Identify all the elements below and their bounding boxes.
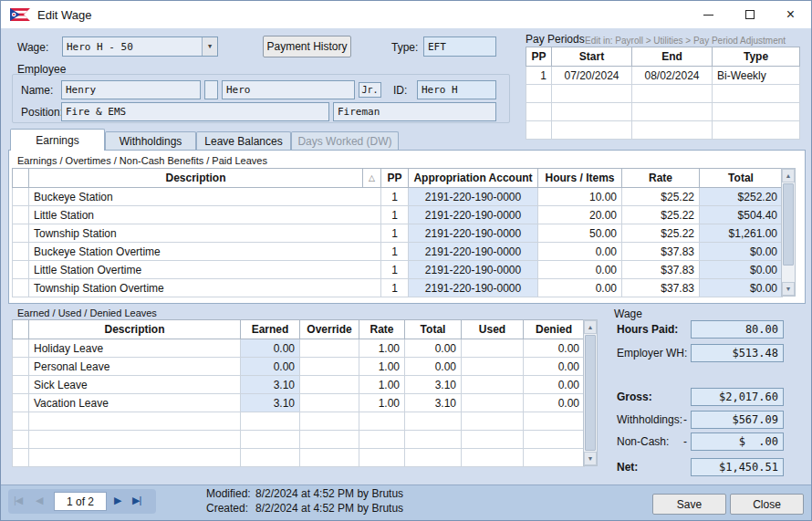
- earnings-row[interactable]: Little Station12191-220-190-000020.00$25…: [13, 206, 783, 224]
- pay-period-row[interactable]: 107/20/202408/02/2024Bi-Weekly: [526, 67, 800, 85]
- scroll-up-icon[interactable]: ▲: [782, 169, 795, 182]
- employer-wh-label: Employer WH:: [617, 347, 687, 359]
- start-cell: 07/20/2024: [552, 67, 632, 85]
- override-cell[interactable]: [300, 394, 359, 412]
- col-type[interactable]: Type: [713, 47, 800, 67]
- hours-cell: 20.00: [538, 206, 622, 224]
- col-denied[interactable]: Denied: [524, 320, 585, 339]
- account-cell: 2191-220-190-0000: [409, 261, 538, 279]
- rate-cell: $37.83: [622, 279, 700, 297]
- account-cell: 2191-220-190-0000: [409, 279, 538, 297]
- denied-cell: 0.00: [524, 339, 585, 358]
- leave-row[interactable]: Vacation Leave3.101.003.100.00: [13, 394, 585, 412]
- close-icon: ×: [786, 7, 795, 22]
- tab-leave-balances[interactable]: Leave Balances: [196, 131, 291, 150]
- override-cell[interactable]: [300, 376, 359, 394]
- modified-label: Modified:: [206, 487, 255, 500]
- row-selector: [13, 188, 29, 206]
- type-cell: Bi-Weekly: [713, 67, 800, 85]
- close-dialog-button[interactable]: Close: [730, 494, 804, 515]
- suffix-field[interactable]: Jr.: [359, 82, 381, 98]
- pp-cell: 1: [381, 224, 409, 243]
- non-cash-minus: -: [683, 435, 687, 448]
- hours-cell: 0.00: [538, 261, 622, 279]
- total-cell: 0.00: [405, 358, 462, 376]
- earnings-section-label: Earnings / Overtimes / Non-Cash Benefits…: [17, 155, 267, 166]
- earnings-row[interactable]: Township Station Overtime12191-220-190-0…: [13, 279, 783, 297]
- scroll-down-icon[interactable]: ▼: [782, 282, 795, 296]
- col-appropriation-account[interactable]: Appropriation Account: [409, 169, 538, 188]
- employee-group-label: Employee: [17, 63, 66, 76]
- wage-select[interactable]: Hero H - 50 ▼: [62, 36, 218, 57]
- position-label: Position:: [21, 106, 63, 119]
- tab-earnings[interactable]: Earnings: [10, 129, 105, 151]
- wage-label: Wage:: [17, 41, 48, 54]
- earnings-row[interactable]: Buckeye Station12191-220-190-000010.00$2…: [13, 188, 783, 206]
- leaves-scrollbar-thumb[interactable]: [585, 335, 596, 451]
- position-title-field[interactable]: Fireman: [333, 102, 496, 121]
- col-description[interactable]: Description: [29, 320, 241, 339]
- nav-prev-button[interactable]: ◀: [36, 495, 42, 506]
- col-hours-items[interactable]: Hours / Items: [538, 169, 622, 188]
- name-label: Name:: [21, 84, 53, 97]
- col-total[interactable]: Total: [700, 169, 783, 188]
- leave-row[interactable]: Sick Leave3.101.003.100.00: [13, 376, 585, 394]
- leave-row[interactable]: Holiday Leave0.001.000.000.00: [13, 339, 585, 358]
- col-rate[interactable]: Rate: [622, 169, 700, 188]
- earnings-row[interactable]: Township Station12191-220-190-000050.00$…: [13, 224, 783, 243]
- hours-cell: 0.00: [538, 243, 622, 261]
- leave-empty-row: [13, 449, 585, 467]
- leaves-scrollbar[interactable]: ▲ ▼: [583, 319, 598, 466]
- pp-cell: 1: [526, 67, 552, 85]
- middle-initial-field[interactable]: [204, 80, 218, 99]
- leave-row[interactable]: Personal Leave0.001.000.000.00: [13, 358, 585, 376]
- col-total[interactable]: Total: [405, 320, 462, 339]
- col-used[interactable]: Used: [462, 320, 524, 339]
- scroll-up-icon[interactable]: ▲: [584, 320, 597, 334]
- nav-next-button[interactable]: ▶: [114, 495, 120, 506]
- pp-cell: 1: [381, 206, 409, 224]
- empty-cell: [552, 103, 632, 121]
- col-start[interactable]: Start: [552, 47, 632, 67]
- earnings-row[interactable]: Little Station Overtime12191-220-190-000…: [13, 261, 783, 279]
- col-description[interactable]: Description: [29, 169, 363, 188]
- save-button[interactable]: Save: [652, 494, 726, 515]
- sort-ascending-icon[interactable]: △: [363, 169, 381, 188]
- nav-last-button[interactable]: ▶|: [132, 495, 141, 506]
- payment-history-button[interactable]: Payment History: [263, 36, 351, 57]
- last-name-field[interactable]: Hero: [222, 80, 355, 99]
- department-field[interactable]: Fire & EMS: [61, 102, 329, 121]
- row-selector-header: [13, 169, 29, 188]
- non-cash-field: $ .00: [691, 432, 784, 451]
- hours-cell: 50.00: [538, 224, 622, 243]
- first-name-field[interactable]: Henry: [61, 80, 201, 99]
- maximize-button[interactable]: [729, 1, 770, 28]
- withholdings-field: $567.09: [691, 411, 784, 429]
- earnings-header-row: Description △ PP Appropriation Account H…: [13, 169, 783, 188]
- col-rate[interactable]: Rate: [359, 320, 405, 339]
- scroll-down-icon[interactable]: ▼: [584, 452, 597, 465]
- total-cell: $1,261.00: [700, 224, 783, 243]
- tab-withholdings[interactable]: Withholdings: [105, 131, 196, 150]
- hours-cell: 0.00: [538, 279, 622, 297]
- leaves-body: Holiday Leave0.001.000.000.00Personal Le…: [13, 339, 585, 467]
- override-cell[interactable]: [300, 339, 359, 358]
- col-pp[interactable]: PP: [381, 169, 409, 188]
- minimize-button[interactable]: [688, 1, 729, 28]
- dropdown-arrow-icon[interactable]: ▼: [202, 37, 217, 56]
- earnings-scrollbar-thumb[interactable]: [783, 183, 794, 266]
- close-window-button[interactable]: ×: [770, 1, 811, 28]
- nav-first-button[interactable]: |◀: [14, 495, 22, 506]
- empty-cell: [241, 431, 300, 449]
- withholdings-minus: -: [683, 413, 687, 426]
- earnings-row[interactable]: Buckeye Station Overtime12191-220-190-00…: [13, 243, 783, 261]
- empty-cell: [713, 103, 800, 121]
- earnings-scrollbar[interactable]: ▲ ▼: [781, 168, 796, 297]
- override-cell[interactable]: [300, 358, 359, 376]
- col-pp[interactable]: PP: [526, 47, 552, 67]
- row-selector: [13, 431, 29, 449]
- col-earned[interactable]: Earned: [241, 320, 300, 339]
- col-end[interactable]: End: [632, 47, 713, 67]
- total-cell: 3.10: [405, 376, 462, 394]
- col-override[interactable]: Override: [300, 320, 359, 339]
